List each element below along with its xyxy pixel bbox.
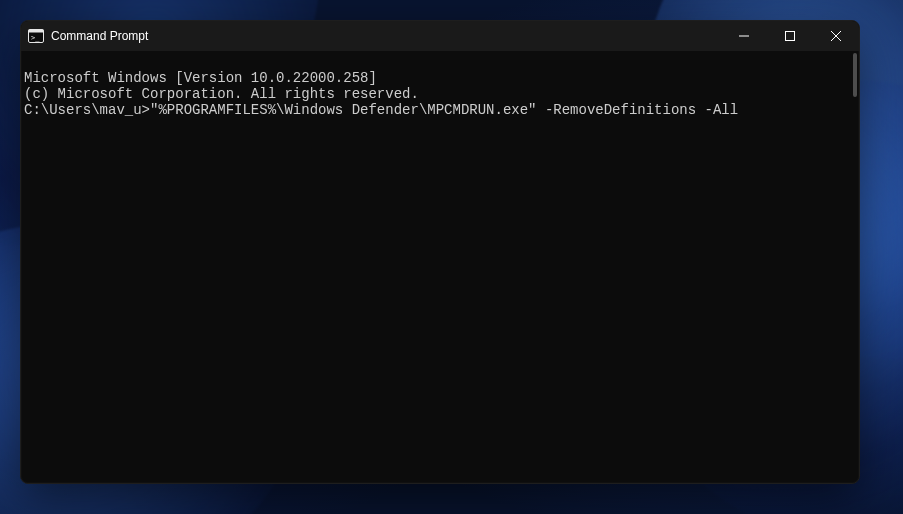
terminal-line-copyright: (c) Microsoft Corporation. All rights re… xyxy=(24,86,853,102)
svg-rect-4 xyxy=(786,32,795,41)
titlebar[interactable]: >_ Command Prompt xyxy=(21,21,859,51)
terminal-prompt-line: C:\Users\mav_u>"%PROGRAMFILES%\Windows D… xyxy=(24,102,853,118)
close-icon xyxy=(831,31,841,41)
terminal-area[interactable]: Microsoft Windows [Version 10.0.22000.25… xyxy=(21,51,859,483)
svg-rect-1 xyxy=(29,30,44,33)
vertical-scrollbar[interactable] xyxy=(853,53,857,97)
svg-text:>_: >_ xyxy=(31,34,40,42)
command-prompt-window: >_ Command Prompt xyxy=(20,20,860,484)
desktop-background: >_ Command Prompt xyxy=(0,0,903,514)
prompt-path: C:\Users\mav_u> xyxy=(24,102,150,118)
minimize-icon xyxy=(739,31,749,41)
window-controls xyxy=(721,21,859,51)
window-title: Command Prompt xyxy=(51,29,156,43)
maximize-icon xyxy=(785,31,795,41)
app-icon: >_ xyxy=(21,28,51,44)
svg-rect-3 xyxy=(739,36,749,37)
command-text: "%PROGRAMFILES%\Windows Defender\MPCMDRU… xyxy=(150,102,738,118)
maximize-button[interactable] xyxy=(767,21,813,51)
close-button[interactable] xyxy=(813,21,859,51)
minimize-button[interactable] xyxy=(721,21,767,51)
terminal-line-version: Microsoft Windows [Version 10.0.22000.25… xyxy=(24,70,853,86)
